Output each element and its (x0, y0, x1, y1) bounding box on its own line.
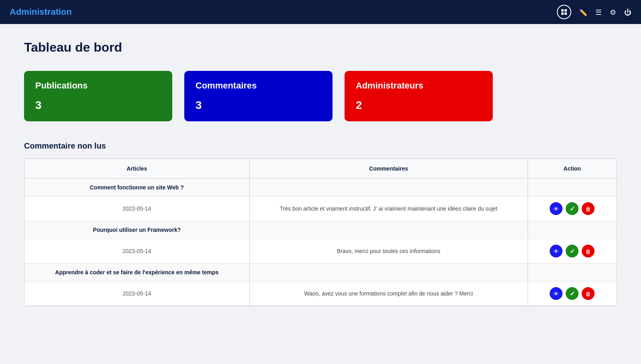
table-row: 2023-05-14 Bravo, merci pour toutes ces … (24, 239, 617, 263)
comment-date-cell: 2023-05-14 (24, 239, 250, 263)
power-icon-glyph (624, 8, 631, 17)
eye-icon (553, 205, 559, 212)
article-title-cell: Pourquoi utiliser un Framework? (24, 221, 250, 239)
table-header-row: Articles Commentaires Action (24, 159, 617, 179)
grid-dot (564, 12, 567, 15)
gear-icon[interactable] (610, 8, 616, 17)
comments-section: Commentaire non lus Articles Commentaire… (24, 141, 617, 306)
stat-card-publications[interactable]: Publications 3 (24, 71, 172, 121)
stat-card-commentaires-value: 3 (196, 99, 321, 112)
trash-icon (585, 205, 591, 212)
delete-button[interactable] (582, 287, 595, 300)
comments-table: Articles Commentaires Action Comment fon… (24, 159, 617, 306)
page-title: Tableau de bord (24, 40, 617, 55)
eye-icon (553, 248, 559, 255)
edit-icon[interactable] (579, 8, 587, 17)
grid-icon-inner (561, 9, 567, 15)
article-action-empty (528, 221, 617, 239)
comment-date-cell: 2023-05-14 (24, 282, 250, 306)
edit-icon-glyph (579, 8, 587, 17)
comment-text-cell: Très bon article et vraiment instructif.… (250, 197, 528, 221)
grid-dot (561, 9, 564, 12)
article-comment-empty (250, 263, 528, 282)
header-icons (557, 5, 631, 19)
th-action: Action (528, 159, 617, 179)
view-button[interactable] (550, 245, 562, 257)
grid-icon[interactable] (557, 5, 571, 19)
comment-action-cell (528, 239, 617, 263)
article-comment-empty (250, 179, 528, 197)
check-icon (570, 205, 575, 213)
approve-button[interactable] (566, 202, 579, 215)
power-icon[interactable] (624, 8, 631, 17)
comment-action-cell (528, 282, 617, 306)
table-row: Pourquoi utiliser un Framework? (24, 221, 617, 239)
stat-card-publications-value: 3 (35, 99, 161, 112)
stat-card-administrateurs-label: Administrateurs (356, 80, 482, 91)
stat-card-administrateurs[interactable]: Administrateurs 2 (345, 71, 493, 121)
comment-date-cell: 2023-05-14 (24, 197, 250, 221)
table-row: Apprendre à coder et se faire de l'expér… (24, 263, 617, 282)
comment-action-cell (528, 197, 617, 221)
eye-icon (553, 290, 559, 297)
comment-text-cell: Bravo, merci pour toutes ces information… (250, 239, 528, 263)
stat-card-publications-label: Publications (35, 80, 161, 91)
menu-icon[interactable] (595, 8, 602, 17)
stat-card-commentaires[interactable]: Commentaires 3 (184, 71, 333, 121)
gear-icon-glyph (610, 8, 616, 17)
approve-button[interactable] (566, 287, 579, 300)
article-title-cell: Comment fonctionne un site Web ? (24, 179, 250, 197)
article-comment-empty (250, 221, 528, 239)
th-commentaires: Commentaires (250, 159, 528, 179)
trash-icon (585, 248, 591, 255)
main-content: Tableau de bord Publications 3 Commentai… (0, 24, 641, 322)
grid-dot (561, 12, 564, 15)
comment-text-cell: Waoo, avez vous une formations complet a… (250, 282, 528, 306)
table-row: 2023-05-14 Waoo, avez vous une formation… (24, 282, 617, 306)
trash-icon (585, 290, 591, 297)
delete-button[interactable] (582, 202, 595, 215)
article-title-cell: Apprendre à coder et se faire de l'expér… (24, 263, 250, 282)
app-title: Administration (10, 7, 72, 17)
article-action-empty (528, 263, 617, 282)
th-articles: Articles (24, 159, 250, 179)
table-row: Comment fonctionne un site Web ? (24, 179, 617, 197)
app-header: Administration (0, 0, 641, 24)
approve-button[interactable] (566, 245, 579, 257)
menu-icon-glyph (595, 8, 602, 17)
check-icon (570, 290, 575, 298)
delete-button[interactable] (582, 245, 595, 257)
stat-card-commentaires-label: Commentaires (196, 80, 321, 91)
stat-card-administrateurs-value: 2 (356, 99, 482, 112)
action-buttons (536, 202, 609, 215)
table-row: 2023-05-14 Très bon article et vraiment … (24, 197, 617, 221)
article-action-empty (528, 179, 617, 197)
comments-section-title: Commentaire non lus (24, 141, 617, 151)
grid-dot (564, 9, 567, 12)
view-button[interactable] (550, 202, 562, 215)
check-icon (570, 247, 575, 255)
action-buttons (536, 245, 609, 257)
stat-cards-container: Publications 3 Commentaires 3 Administra… (24, 71, 617, 121)
action-buttons (536, 287, 609, 300)
view-button[interactable] (550, 287, 562, 300)
comments-table-wrapper: Articles Commentaires Action Comment fon… (24, 159, 617, 306)
